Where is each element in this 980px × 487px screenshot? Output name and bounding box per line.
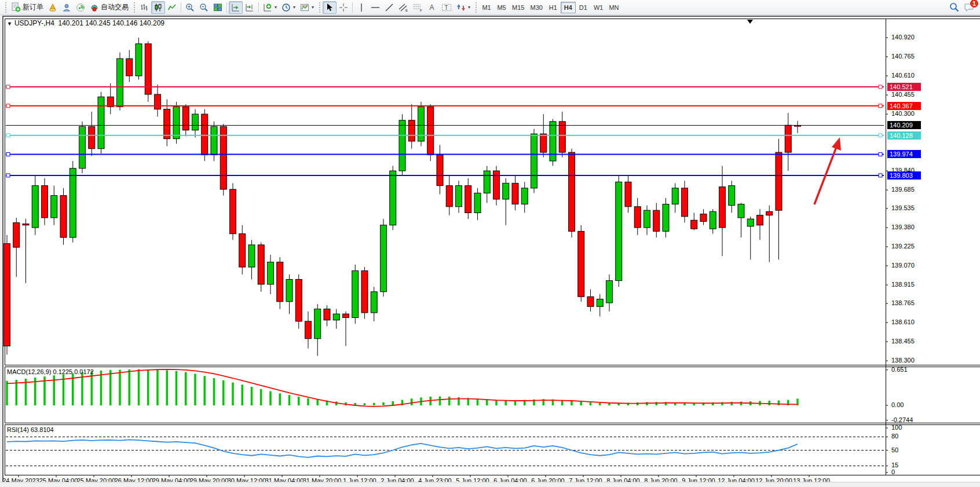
macd-histogram-bar <box>119 369 121 405</box>
price-tick-label: 139.225 <box>891 243 915 250</box>
candle-body <box>540 134 547 152</box>
periods-button[interactable]: ▾ <box>279 1 298 14</box>
macd-histogram-bar <box>731 402 733 405</box>
indicators-icon <box>263 3 272 12</box>
toolbar-grip[interactable] <box>4 2 7 13</box>
candle-body <box>757 215 763 225</box>
timeframe-d1[interactable]: D1 <box>576 2 591 13</box>
profile-button[interactable] <box>60 1 74 14</box>
zoom-out-button[interactable] <box>197 1 211 14</box>
timeframe-h1[interactable]: H1 <box>546 2 561 13</box>
auto-scroll-button[interactable] <box>229 1 243 14</box>
candle-body <box>173 107 180 138</box>
timeframe-w1[interactable]: W1 <box>591 2 606 13</box>
toolbar-separator <box>181 2 181 13</box>
horizontal-line-tool-button[interactable] <box>368 1 382 14</box>
macd-histogram-bar <box>646 402 648 405</box>
toolbar-grip[interactable] <box>474 2 477 13</box>
macd-histogram-bar <box>382 402 385 405</box>
text-tool-button[interactable]: A <box>425 1 439 14</box>
price-tick-label: 140.300 <box>891 110 915 117</box>
macd-indicator-values: 0.1225 0.0172 <box>53 368 93 375</box>
svg-text:F: F <box>420 9 422 12</box>
price-level-badge: 139.974 <box>887 150 921 158</box>
templates-button[interactable]: ▾ <box>298 1 316 14</box>
macd-histogram-bar <box>129 369 131 405</box>
templates-icon <box>300 3 309 12</box>
line-chart-button[interactable] <box>165 1 179 14</box>
candle-body <box>268 262 274 284</box>
macd-histogram-bar <box>288 395 291 405</box>
macd-histogram-bar <box>242 385 244 405</box>
indicators-button[interactable]: ▾ <box>261 1 279 14</box>
chart-collapse-icon[interactable]: ▼ <box>7 21 12 27</box>
vertical-line-icon <box>357 3 365 12</box>
cursor-tool-button[interactable] <box>323 1 337 14</box>
candle-body <box>248 245 255 267</box>
price-tick-label: 138.765 <box>891 299 915 306</box>
tile-windows-button[interactable] <box>211 1 225 14</box>
search-icon[interactable] <box>949 2 959 12</box>
candle-body <box>719 187 726 228</box>
macd-histogram-bar <box>486 400 488 405</box>
line-handle <box>879 174 882 177</box>
text-label-icon: T <box>441 3 452 12</box>
candle-body <box>164 109 170 139</box>
timeframe-mn[interactable]: MN <box>606 2 621 13</box>
fibonacci-tool-button[interactable]: F <box>411 1 425 14</box>
macd-indicator-label: MACD(12,26,9) 0.1225 0.0172 <box>7 368 94 375</box>
vertical-line-tool-button[interactable] <box>354 1 368 14</box>
bar-chart-button[interactable] <box>137 1 151 14</box>
candle-body <box>117 58 123 107</box>
macd-histogram-bar <box>204 376 206 405</box>
timeframe-m15[interactable]: M15 <box>509 2 527 13</box>
toolbar-grip[interactable] <box>133 2 136 13</box>
line-handle <box>6 85 10 89</box>
macd-histogram-bar <box>580 401 583 405</box>
price-tick-label: 140.765 <box>891 53 915 60</box>
svg-text:A: A <box>430 3 434 12</box>
line-handle <box>6 174 10 177</box>
trendline-tool-button[interactable] <box>382 1 396 14</box>
timeframe-m30[interactable]: M30 <box>527 2 545 13</box>
candle-body <box>776 152 782 210</box>
text-label-tool-button[interactable]: T <box>439 1 454 14</box>
candlestick-chart-button[interactable] <box>151 1 165 14</box>
zoom-in-button[interactable] <box>183 1 197 14</box>
candle-body <box>427 107 434 155</box>
toolbar-grip[interactable] <box>318 2 321 13</box>
svg-text:E: E <box>405 9 408 12</box>
candle-body <box>23 224 29 225</box>
price-tick-label: 139.535 <box>891 204 915 211</box>
macd-histogram-bar <box>194 374 196 405</box>
candle-body <box>295 279 302 321</box>
chart-window-button[interactable] <box>46 1 60 14</box>
equidistant-channel-tool-button[interactable]: E <box>396 1 411 14</box>
chart-shift-button[interactable] <box>243 1 257 14</box>
candle-body <box>79 126 86 168</box>
notifications-button[interactable]: 1 <box>964 2 974 12</box>
macd-histogram-bar <box>590 402 592 405</box>
chart-shift-icon <box>245 3 254 12</box>
signal-button[interactable] <box>74 1 87 14</box>
candle-body <box>230 189 236 234</box>
timeframe-m5[interactable]: M5 <box>494 2 509 13</box>
chart-window[interactable]: ▼USDJPY-,H4 140.201 140.245 140.146 140.… <box>2 16 980 483</box>
auto-trading-button[interactable]: 自动交易 <box>87 1 131 14</box>
dropdown-caret-icon: ▾ <box>468 5 470 10</box>
timeframe-m1[interactable]: M1 <box>479 2 494 13</box>
candlestick-chart-icon <box>153 3 163 12</box>
chart-symbol-period: USDJPY-,H4 <box>14 19 54 27</box>
price-tick-label: 138.300 <box>891 357 915 364</box>
crosshair-tool-button[interactable] <box>337 1 350 14</box>
chart-canvas[interactable] <box>3 17 980 484</box>
dropdown-caret-icon: ▾ <box>312 5 314 10</box>
new-order-button[interactable]: 新订单 <box>9 1 46 14</box>
zoom-out-icon <box>199 3 209 12</box>
arrows-tool-button[interactable]: ▾ <box>454 1 473 14</box>
svg-text:T: T <box>445 4 448 10</box>
candle-body <box>305 321 312 339</box>
timeframe-h4[interactable]: H4 <box>561 2 576 13</box>
macd-histogram-bar <box>317 400 319 405</box>
candle-body <box>418 107 425 141</box>
